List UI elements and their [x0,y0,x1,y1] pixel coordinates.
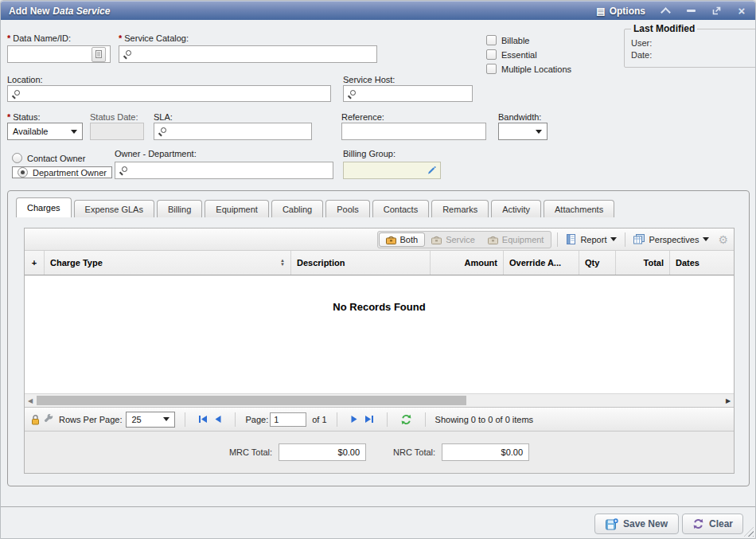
department-owner-label: Department Owner [33,168,107,178]
billable-checkbox[interactable]: Billable [486,35,529,45]
required-marker: * [119,33,122,43]
tab-label: Equipment [216,205,258,214]
dates-column-header[interactable]: Dates [670,251,734,275]
override-amount-column-header[interactable]: Override A... [504,251,579,275]
multiple-locations-label: Multiple Locations [501,64,571,74]
charge-type-column-header[interactable]: Charge Type ▲▼ [45,251,291,275]
reference-input[interactable] [341,123,486,140]
tab-cabling[interactable]: Cabling [271,200,323,217]
billing-group-input[interactable] [343,162,441,179]
bandwidth-label: Bandwidth: [498,112,541,122]
tab-equipment[interactable]: Equipment [205,200,269,217]
gear-icon[interactable]: ⚙ [718,234,728,245]
options-button[interactable]: ▤ Options [596,6,645,17]
description-column-header[interactable]: Description [291,251,431,275]
refresh-button[interactable] [400,414,412,425]
tab-label: Billing [168,205,191,214]
tab-activity[interactable]: Activity [491,200,541,217]
caret-down-icon [610,237,617,241]
perspectives-dropdown[interactable]: Perspectives [631,232,711,246]
tab-charges[interactable]: Charges [16,197,72,217]
qty-column-header[interactable]: Qty [579,251,616,275]
close-button[interactable]: × [736,6,747,17]
bandwidth-select[interactable] [498,123,548,140]
save-new-button[interactable]: Save New [594,514,679,534]
tab-label: Expense GLAs [85,205,143,214]
owner-department-input[interactable] [115,162,333,179]
sla-input[interactable] [154,123,312,140]
first-page-icon [198,415,208,424]
service-host-input[interactable] [343,85,473,102]
essential-checkbox[interactable]: Essential [486,49,537,60]
next-page-icon [350,415,358,424]
tab-billing[interactable]: Billing [157,200,202,217]
caret-down-icon [163,417,170,421]
pencil-icon[interactable] [427,166,436,175]
pager-separator [337,412,337,427]
add-charge-column-header[interactable]: + [25,251,45,275]
filter-service-button[interactable]: Service [425,233,481,246]
prev-page-icon [214,415,222,424]
rows-per-page-select[interactable]: 25 [126,412,175,428]
scrollbar-thumb[interactable] [37,396,466,405]
window-title: Add NewData Service [9,6,110,17]
filter-equipment-button[interactable]: Equipment [481,233,551,246]
wrench-icon[interactable] [44,414,54,425]
contact-owner-radio[interactable]: Contact Owner [12,153,85,163]
filter-equipment-label: Equipment [502,235,544,244]
tab-remarks[interactable]: Remarks [431,200,489,217]
next-page-button[interactable] [350,415,358,424]
status-select[interactable]: Available [7,123,83,140]
service-catalog-input[interactable] [119,45,377,63]
billing-group-label: Billing Group: [343,149,396,158]
minimize-icon [687,10,696,12]
rows-per-page-label: Rows Per Page: [59,415,122,424]
last-page-button[interactable] [364,415,374,424]
grid-toolbar: Both Service [25,228,734,251]
total-column-header[interactable]: Total [616,251,670,275]
minimize-button[interactable] [685,6,696,17]
auto-number-icon[interactable] [92,47,106,62]
report-dropdown[interactable]: Report [563,232,619,246]
money-box-icon-disabled [488,235,498,244]
save-new-label: Save New [623,518,668,529]
prev-page-button[interactable] [214,415,222,424]
amount-column-header[interactable]: Amount [431,251,504,275]
collapse-button[interactable] [660,6,671,17]
page-number-input[interactable]: 1 [270,412,306,427]
rows-per-page-value: 25 [131,415,141,424]
filter-both-button[interactable]: Both [379,232,426,247]
add-new-data-service-dialog: Add NewData Service ▤ Options × *Data Na… [0,0,756,539]
tab-attachments[interactable]: Attachments [544,200,614,217]
pager-separator [235,412,236,427]
sort-icon[interactable]: ▲▼ [280,259,285,267]
status-date-label: Status Date: [90,112,138,122]
multiple-locations-checkbox[interactable]: Multiple Locations [486,64,571,74]
charge-filter-group: Both Service [377,231,552,248]
nrc-total-label: NRC Total: [393,447,435,457]
tab-contacts[interactable]: Contacts [372,200,429,217]
save-icon [606,518,618,530]
window-title-prefix: Add New [9,6,49,17]
report-icon [566,234,576,244]
clear-icon [692,518,704,529]
scroll-right-icon[interactable]: ▶ [723,397,734,404]
tab-pools[interactable]: Pools [325,200,370,217]
last-modified-title: Last Modified [631,23,697,34]
data-name-input[interactable] [7,45,111,63]
popout-button[interactable] [711,6,722,17]
first-page-button[interactable] [198,415,208,424]
report-label: Report [580,235,606,244]
scroll-left-icon[interactable]: ◀ [25,397,36,404]
department-owner-radio[interactable]: Department Owner [12,166,112,178]
sla-label: SLA: [154,112,173,122]
pager-separator [425,412,426,427]
location-input[interactable] [7,85,331,102]
horizontal-scrollbar[interactable]: ◀ ▶ [25,393,734,407]
lock-icon[interactable] [31,414,40,425]
clear-button[interactable]: Clear [682,514,743,534]
tab-strip: Charges Expense GLAs Billing Equipment C… [16,197,617,217]
tab-expense-glas[interactable]: Expense GLAs [74,200,154,217]
resize-grip[interactable] [744,527,754,537]
no-records-message: No Records Found [25,301,734,313]
